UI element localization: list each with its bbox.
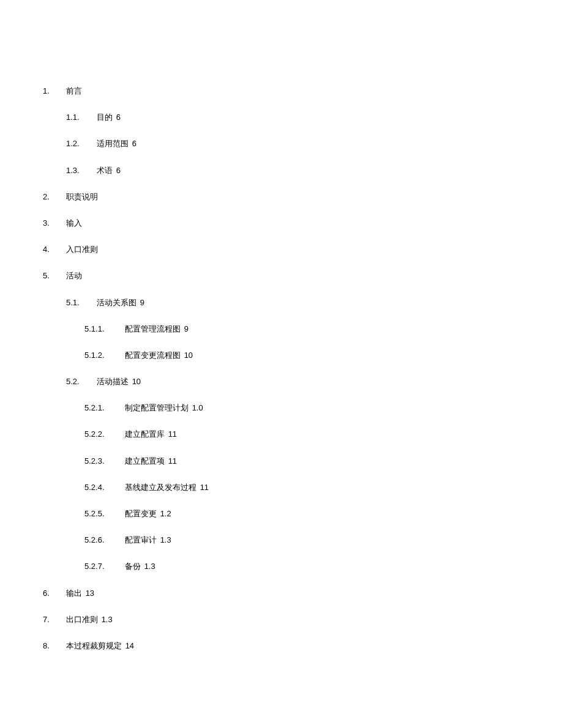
toc-page: 6 bbox=[132, 139, 136, 148]
toc-entry: 5.1.2.配置变更流程图 10 bbox=[84, 350, 520, 361]
toc-page: 11 bbox=[200, 483, 209, 492]
toc-entry: 5.2.2.建立配置库 11 bbox=[84, 429, 520, 440]
toc-entry: 1.1.目的 6 bbox=[66, 112, 520, 123]
toc-page: 1.3 bbox=[102, 615, 113, 624]
toc-page: 11 bbox=[168, 456, 177, 466]
toc-title: 目的 bbox=[97, 113, 113, 122]
toc-page: 14 bbox=[125, 641, 134, 650]
toc-entry: 6.输出 13 bbox=[43, 588, 520, 599]
toc-title: 基线建立及发布过程 bbox=[125, 483, 196, 492]
toc-number: 5.2.4. bbox=[84, 482, 119, 493]
toc-entry: 1.2.适用范围 6 bbox=[66, 138, 520, 149]
toc-page: 11 bbox=[168, 429, 177, 439]
toc-title: 备份 bbox=[125, 562, 141, 571]
toc-page: 1.2 bbox=[160, 509, 171, 518]
toc-entry: 5.2.1.制定配置管理计划 1.0 bbox=[84, 403, 520, 414]
toc-page: 13 bbox=[86, 589, 94, 598]
toc-title: 职责说明 bbox=[66, 192, 98, 201]
table-of-contents: 1.前言1.1.目的 61.2.适用范围 61.3.术语 62.职责说明3.输入… bbox=[43, 86, 520, 652]
toc-entry: 1.前言 bbox=[43, 86, 520, 97]
toc-page: 1.3 bbox=[160, 535, 171, 544]
toc-page: 10 bbox=[132, 377, 141, 386]
toc-number: 7. bbox=[43, 614, 60, 625]
toc-entry: 5.2.7.备份 1.3 bbox=[84, 561, 520, 572]
toc-number: 6. bbox=[43, 588, 60, 599]
toc-entry: 3.输入 bbox=[43, 218, 520, 229]
toc-number: 5. bbox=[43, 270, 60, 281]
toc-title: 入口准则 bbox=[66, 245, 98, 254]
toc-title: 配置变更流程图 bbox=[125, 351, 181, 360]
toc-entry: 1.3.术语 6 bbox=[66, 165, 520, 176]
toc-number: 5.2.7. bbox=[84, 561, 119, 572]
toc-number: 5.2.1. bbox=[84, 403, 119, 414]
toc-title: 适用范围 bbox=[97, 139, 129, 148]
toc-number: 5.1.2. bbox=[84, 350, 119, 361]
toc-entry: 4.入口准则 bbox=[43, 244, 520, 255]
toc-page: 1.3 bbox=[144, 562, 155, 571]
toc-title: 本过程裁剪规定 bbox=[66, 641, 122, 650]
toc-title: 配置审计 bbox=[125, 535, 157, 544]
toc-number: 1.1. bbox=[66, 112, 91, 123]
toc-title: 活动 bbox=[66, 271, 82, 280]
toc-entry: 2.职责说明 bbox=[43, 191, 520, 202]
toc-number: 5.1. bbox=[66, 297, 91, 308]
toc-title: 出口准则 bbox=[66, 615, 98, 624]
toc-number: 2. bbox=[43, 191, 60, 202]
toc-title: 配置管理流程图 bbox=[125, 324, 181, 333]
toc-entry: 5.1.1.配置管理流程图 9 bbox=[84, 324, 520, 335]
toc-number: 5.2.6. bbox=[84, 535, 119, 546]
toc-title: 建立配置库 bbox=[125, 429, 165, 439]
toc-page: 6 bbox=[116, 166, 121, 175]
toc-title: 输出 bbox=[66, 589, 82, 598]
toc-entry: 8.本过程裁剪规定 14 bbox=[43, 641, 520, 652]
toc-number: 5.2.5. bbox=[84, 508, 119, 519]
toc-entry: 7.出口准则 1.3 bbox=[43, 614, 520, 625]
toc-entry: 5.活动 bbox=[43, 270, 520, 281]
toc-page: 10 bbox=[184, 351, 193, 360]
toc-title: 配置变更 bbox=[125, 509, 157, 518]
toc-number: 1.2. bbox=[66, 138, 91, 149]
toc-title: 输入 bbox=[66, 218, 82, 228]
toc-page: 9 bbox=[140, 298, 144, 307]
toc-entry: 5.2.4.基线建立及发布过程 11 bbox=[84, 482, 520, 493]
toc-entry: 5.2.活动描述 10 bbox=[66, 376, 520, 387]
toc-number: 5.1.1. bbox=[84, 324, 119, 335]
toc-entry: 5.2.5.配置变更 1.2 bbox=[84, 508, 520, 519]
toc-title: 制定配置管理计划 bbox=[125, 403, 188, 412]
toc-entry: 5.2.3.建立配置项 11 bbox=[84, 456, 520, 467]
toc-number: 8. bbox=[43, 641, 60, 652]
toc-entry: 5.1.活动关系图 9 bbox=[66, 297, 520, 308]
toc-page: 9 bbox=[184, 324, 188, 333]
toc-title: 活动关系图 bbox=[97, 298, 136, 307]
toc-number: 1.3. bbox=[66, 165, 91, 176]
toc-entry: 5.2.6.配置审计 1.3 bbox=[84, 535, 520, 546]
toc-number: 1. bbox=[43, 86, 60, 97]
toc-number: 5.2.3. bbox=[84, 456, 119, 467]
toc-page: 6 bbox=[116, 113, 121, 122]
toc-title: 活动描述 bbox=[97, 377, 129, 386]
toc-number: 3. bbox=[43, 218, 60, 229]
toc-title: 前言 bbox=[66, 86, 82, 95]
toc-title: 术语 bbox=[97, 166, 113, 175]
toc-number: 4. bbox=[43, 244, 60, 255]
toc-title: 建立配置项 bbox=[125, 456, 165, 466]
toc-page: 1.0 bbox=[192, 403, 203, 412]
toc-number: 5.2. bbox=[66, 376, 91, 387]
toc-number: 5.2.2. bbox=[84, 429, 119, 440]
